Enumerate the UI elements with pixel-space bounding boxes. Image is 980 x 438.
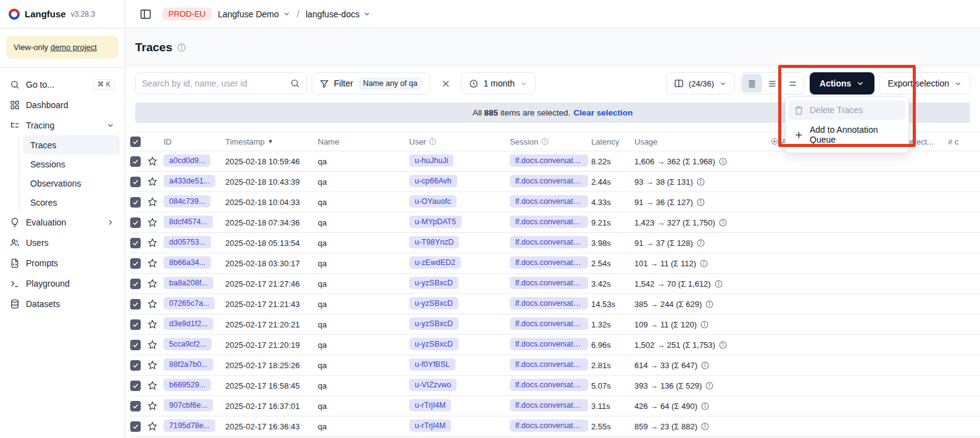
- row-checkbox[interactable]: [130, 319, 141, 330]
- columns-button[interactable]: (24/36): [666, 72, 735, 95]
- user-badge[interactable]: u-yzSBxcD: [409, 338, 459, 350]
- session-badge[interactable]: lf.docs.conversation...: [510, 379, 588, 391]
- row-height-small-icon[interactable]: [742, 74, 762, 93]
- star-icon[interactable]: [147, 238, 164, 248]
- menu-item-delete-traces[interactable]: Delete Traces: [789, 100, 905, 120]
- session-badge[interactable]: lf.docs.conversation...: [510, 338, 588, 350]
- info-icon[interactable]: [719, 341, 727, 349]
- user-badge[interactable]: u-yzSBxcD: [409, 277, 459, 289]
- user-badge[interactable]: u-OYauofc: [409, 195, 457, 208]
- user-badge[interactable]: u-yzSBxcD: [409, 318, 459, 330]
- row-checkbox[interactable]: [130, 197, 141, 208]
- row-checkbox[interactable]: [130, 156, 141, 167]
- row-height-medium-icon[interactable]: [762, 74, 783, 93]
- trace-id-badge[interactable]: 7195d78e...: [164, 419, 215, 432]
- session-badge[interactable]: lf.docs.conversation...: [510, 399, 588, 411]
- row-height-large-icon[interactable]: [783, 74, 803, 93]
- project-switcher[interactable]: langfuse-docs: [305, 9, 371, 19]
- column-header-id[interactable]: ID: [164, 137, 225, 146]
- sidebar-item-observations[interactable]: Observations: [23, 174, 120, 193]
- info-icon[interactable]: [700, 259, 708, 267]
- session-badge[interactable]: lf.docs.conversation...: [510, 175, 588, 187]
- column-header-timestamp[interactable]: Timestamp▼: [225, 137, 318, 146]
- trace-id-badge[interactable]: a0cd0d9...: [164, 154, 210, 167]
- row-checkbox[interactable]: [130, 177, 141, 187]
- sidebar-item-traces[interactable]: Traces: [23, 135, 120, 154]
- info-icon[interactable]: [715, 280, 723, 288]
- info-icon[interactable]: [697, 198, 705, 206]
- session-badge[interactable]: lf.docs.conversation...: [510, 297, 588, 310]
- sidebar-item-datasets[interactable]: Datasets: [5, 293, 120, 314]
- trace-id-badge[interactable]: d3e9d1f2...: [164, 318, 214, 330]
- time-range-button[interactable]: 1 month: [461, 72, 536, 95]
- row-checkbox[interactable]: [130, 381, 141, 391]
- sidebar-item-prompts[interactable]: Prompts: [5, 253, 120, 273]
- trace-id-badge[interactable]: 07265c7a...: [164, 297, 215, 310]
- trace-id-badge[interactable]: 5cca9cf2...: [164, 338, 212, 350]
- info-icon[interactable]: [701, 423, 709, 431]
- star-icon[interactable]: [147, 217, 164, 227]
- trace-id-badge[interactable]: 8b66a34...: [164, 256, 211, 269]
- trace-id-badge[interactable]: 88f2a7b0...: [164, 358, 214, 371]
- user-badge[interactable]: u-cp66Avh: [409, 175, 457, 187]
- star-icon[interactable]: [147, 381, 164, 390]
- sidebar-item-dashboard[interactable]: Dashboard: [5, 95, 120, 115]
- info-icon[interactable]: [697, 178, 705, 186]
- trace-id-badge[interactable]: 907cbf6e...: [164, 399, 213, 411]
- trace-id-badge[interactable]: dd05753...: [164, 236, 211, 248]
- search-icon[interactable]: [290, 78, 300, 88]
- menu-item-add-to-annotation-queue[interactable]: Add to Annotation Queue: [789, 120, 905, 150]
- row-checkbox[interactable]: [130, 340, 141, 350]
- column-header-latency[interactable]: Latency: [591, 137, 634, 146]
- row-checkbox[interactable]: [130, 360, 141, 371]
- trace-id-badge[interactable]: b669529...: [164, 379, 211, 391]
- user-badge[interactable]: u-zEwdED2: [409, 256, 461, 269]
- row-checkbox[interactable]: [130, 238, 141, 248]
- sidebar-toggle-icon[interactable]: [135, 4, 156, 25]
- trace-id-badge[interactable]: 8dcf4574...: [164, 216, 213, 228]
- user-badge[interactable]: u-VIZzvwo: [409, 379, 457, 391]
- session-badge[interactable]: lf.docs.conversation...: [510, 256, 588, 269]
- star-icon[interactable]: [147, 360, 164, 370]
- user-badge[interactable]: u-T98YnzD: [409, 236, 459, 248]
- export-selection-button[interactable]: Export selection: [879, 72, 970, 95]
- info-icon[interactable]: [705, 300, 713, 308]
- info-icon[interactable]: [697, 239, 705, 247]
- column-header-c[interactable]: # c: [948, 137, 978, 146]
- row-checkbox[interactable]: [130, 258, 141, 269]
- session-badge[interactable]: lf.docs.conversation...: [510, 195, 588, 208]
- select-all-checkbox[interactable]: [130, 137, 141, 147]
- org-switcher[interactable]: Langfuse Demo: [218, 9, 291, 19]
- row-checkbox[interactable]: [130, 401, 141, 411]
- row-checkbox[interactable]: [130, 217, 141, 228]
- star-icon[interactable]: [147, 299, 164, 309]
- star-icon[interactable]: [147, 401, 164, 411]
- sidebar-item-scores[interactable]: Scores: [23, 193, 120, 212]
- session-badge[interactable]: lf.docs.conversation...: [510, 318, 588, 330]
- session-badge[interactable]: lf.docs.conversation...: [510, 277, 588, 289]
- clear-selection-link[interactable]: Clear selection: [573, 108, 633, 117]
- row-checkbox[interactable]: [130, 279, 141, 289]
- info-icon[interactable]: [700, 321, 708, 329]
- session-badge[interactable]: lf.docs.conversation...: [510, 419, 588, 432]
- info-icon[interactable]: [719, 219, 727, 227]
- user-badge[interactable]: u-huJhuJi: [409, 154, 454, 167]
- user-badge[interactable]: u-rTrjI4M: [409, 419, 451, 432]
- info-icon[interactable]: [705, 382, 713, 390]
- demo-project-link[interactable]: demo project: [51, 43, 97, 52]
- sidebar-item-playground[interactable]: Playground: [5, 273, 120, 293]
- column-header-name[interactable]: Name: [318, 137, 409, 146]
- info-icon[interactable]: [177, 43, 186, 52]
- star-icon[interactable]: [147, 156, 164, 166]
- sidebar-item-users[interactable]: Users: [5, 232, 120, 253]
- session-badge[interactable]: lf.docs.conversation...: [510, 216, 588, 228]
- session-badge[interactable]: lf.docs.conversation...: [510, 236, 588, 248]
- session-badge[interactable]: lf.docs.conversation...: [510, 154, 588, 167]
- star-icon[interactable]: [147, 197, 164, 207]
- trace-id-badge[interactable]: a433de51...: [164, 175, 215, 187]
- star-icon[interactable]: [147, 177, 164, 187]
- session-badge[interactable]: lf.docs.conversation...: [510, 358, 588, 371]
- user-badge[interactable]: u-rTrjI4M: [409, 399, 451, 411]
- column-header-user[interactable]: User: [409, 137, 510, 146]
- search-input[interactable]: [142, 78, 285, 88]
